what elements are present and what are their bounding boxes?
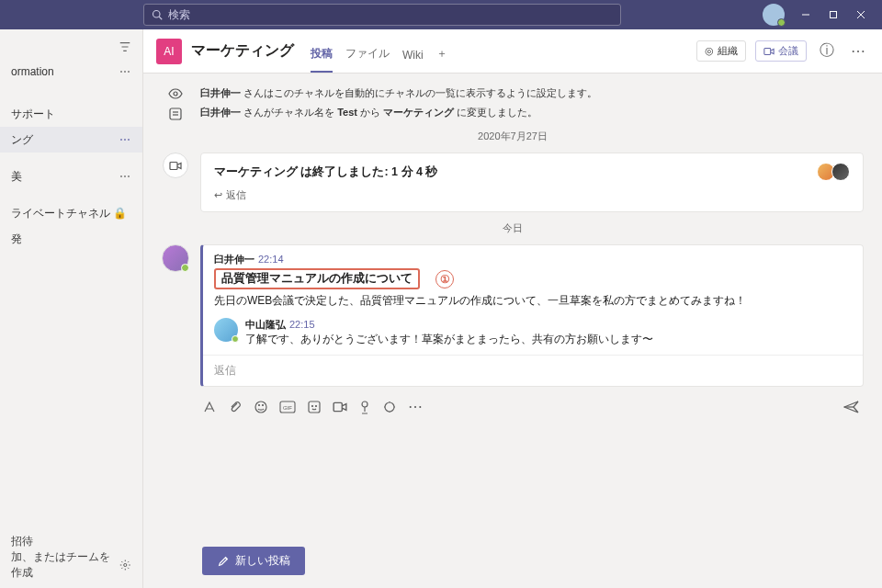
- tab-wiki[interactable]: Wiki: [402, 49, 424, 73]
- send-icon[interactable]: [843, 400, 860, 414]
- reply-avatar[interactable]: [214, 318, 238, 342]
- sidebar-item[interactable]: ライベートチャネル 🔒: [0, 200, 142, 226]
- sidebar-item[interactable]: ング⋯: [0, 127, 142, 153]
- svg-point-20: [316, 405, 317, 406]
- svg-point-0: [153, 11, 161, 18]
- compose-toolbar: GIF ⋯: [162, 392, 864, 415]
- tab-posts[interactable]: 投稿: [311, 46, 333, 73]
- sidebar-item-label: 美: [11, 169, 22, 185]
- invite-label: 招待: [11, 534, 33, 549]
- svg-point-15: [263, 404, 264, 405]
- post-body: 先日のWEB会議で決定した、品質管理マニュアルの作成について、一旦草案を私の方で…: [214, 293, 852, 309]
- create-team-link[interactable]: 加、またはチームを作成: [11, 553, 131, 577]
- meeting-ended-text: マーケティング は終了しました: 1 分 4 秒: [214, 164, 437, 180]
- format-icon[interactable]: [202, 400, 217, 414]
- sidebar-item[interactable]: 発: [0, 226, 142, 252]
- info-icon[interactable]: ⓘ: [816, 41, 838, 61]
- post-meta: 臼井伸一22:14: [214, 253, 852, 266]
- meetnow-icon[interactable]: [333, 401, 347, 413]
- attendee-avatars: [817, 163, 850, 181]
- svg-line-1: [159, 17, 162, 19]
- maximize-button[interactable]: [820, 0, 847, 29]
- svg-rect-21: [334, 402, 342, 411]
- item-more-icon[interactable]: ⋯: [119, 65, 131, 78]
- sidebar-item[interactable]: サポート: [0, 101, 142, 127]
- reply-body: 了解です、ありがとうございます！草案がまとまったら、共有の方お願いします〜: [245, 332, 653, 347]
- team-tile: AI: [156, 39, 182, 64]
- eye-icon: ◎: [705, 45, 714, 57]
- sidebar-item-label: ング: [11, 132, 33, 148]
- tab-files[interactable]: ファイル: [345, 46, 390, 73]
- minimize-button[interactable]: [792, 0, 820, 29]
- filter-icon[interactable]: [119, 40, 131, 53]
- svg-point-23: [385, 402, 394, 412]
- video-icon: [763, 47, 775, 56]
- meeting-ended-card[interactable]: マーケティング は終了しました: 1 分 4 秒 ↩ 返信: [200, 153, 864, 212]
- svg-point-6: [124, 563, 127, 566]
- meeting-icon: [163, 153, 188, 178]
- svg-point-13: [255, 401, 266, 413]
- svg-rect-18: [309, 401, 320, 413]
- search-placeholder: 検索: [168, 7, 190, 23]
- org-button[interactable]: ◎組織: [696, 40, 746, 62]
- meet-button[interactable]: 会議: [755, 40, 807, 62]
- current-user-avatar[interactable]: [763, 4, 785, 26]
- item-more-icon[interactable]: ⋯: [119, 170, 131, 183]
- annotation-marker-1: ①: [435, 270, 454, 288]
- svg-rect-12: [170, 162, 177, 169]
- channel-icon: [169, 107, 182, 120]
- sidebar-item-label: サポート: [11, 107, 55, 122]
- sidebar-item[interactable]: 美⋯: [0, 164, 142, 189]
- svg-rect-7: [764, 48, 771, 54]
- search-icon: [152, 9, 163, 20]
- svg-point-19: [312, 405, 313, 406]
- tab-add[interactable]: ＋: [436, 46, 447, 73]
- item-more-icon[interactable]: ⋯: [119, 133, 131, 146]
- author-avatar[interactable]: [162, 244, 189, 272]
- attach-icon[interactable]: [228, 400, 243, 414]
- reply-meta: 中山隆弘22:15: [245, 318, 653, 332]
- post-subject: 品質管理マニュアルの作成について: [214, 268, 420, 289]
- emoji-icon[interactable]: [254, 400, 268, 414]
- search-input[interactable]: 検索: [143, 4, 621, 26]
- system-message: 臼井伸一 さんがチャネル名を Test から マーケティング に変更しました。: [200, 106, 537, 119]
- gif-icon[interactable]: GIF: [279, 401, 296, 413]
- svg-point-8: [174, 92, 177, 96]
- more-apps-icon[interactable]: ⋯: [408, 398, 423, 415]
- channel-header: AI マーケティング 投稿 ファイル Wiki ＋ ◎組織 会議 ⓘ ⋯: [143, 29, 882, 74]
- svg-point-22: [362, 401, 368, 407]
- date-divider: 今日: [162, 221, 864, 235]
- conversation-card: 臼井伸一22:14 品質管理マニュアルの作成について ① 先日のWEB会議で決定…: [200, 244, 864, 387]
- date-divider: 2020年7月27日: [162, 130, 864, 143]
- gear-icon[interactable]: [119, 559, 131, 571]
- sidebar-item-label: 発: [11, 232, 22, 247]
- close-button[interactable]: [847, 0, 875, 29]
- reply-input[interactable]: 返信: [203, 355, 863, 386]
- sticker-icon[interactable]: [307, 400, 322, 414]
- svg-text:GIF: GIF: [283, 405, 292, 411]
- sidebar: ormation⋯ サポート ング⋯ 美⋯ ライベートチャネル 🔒 発 招待 加…: [0, 29, 143, 588]
- eye-icon: [168, 88, 183, 99]
- sidebar-item-label: ormation: [11, 65, 54, 78]
- compose-icon: [217, 555, 230, 568]
- reply-link[interactable]: ↩ 返信: [214, 188, 246, 202]
- svg-point-14: [259, 404, 260, 405]
- sidebar-item[interactable]: ormation⋯: [0, 59, 142, 85]
- channel-title: マーケティング: [191, 41, 294, 61]
- svg-rect-3: [831, 12, 837, 18]
- system-message: 臼井伸一 さんはこのチャネルを自動的にチャネルの一覧に表示するように設定します。: [200, 86, 597, 100]
- new-post-button[interactable]: 新しい投稿: [202, 547, 305, 575]
- praise-icon[interactable]: [382, 400, 397, 414]
- stream-icon[interactable]: [358, 400, 371, 414]
- more-icon[interactable]: ⋯: [847, 42, 869, 60]
- sidebar-item-label: ライベートチャネル 🔒: [11, 206, 127, 221]
- svg-rect-9: [170, 108, 181, 119]
- create-team-label: 加、またはチームを作成: [11, 549, 119, 581]
